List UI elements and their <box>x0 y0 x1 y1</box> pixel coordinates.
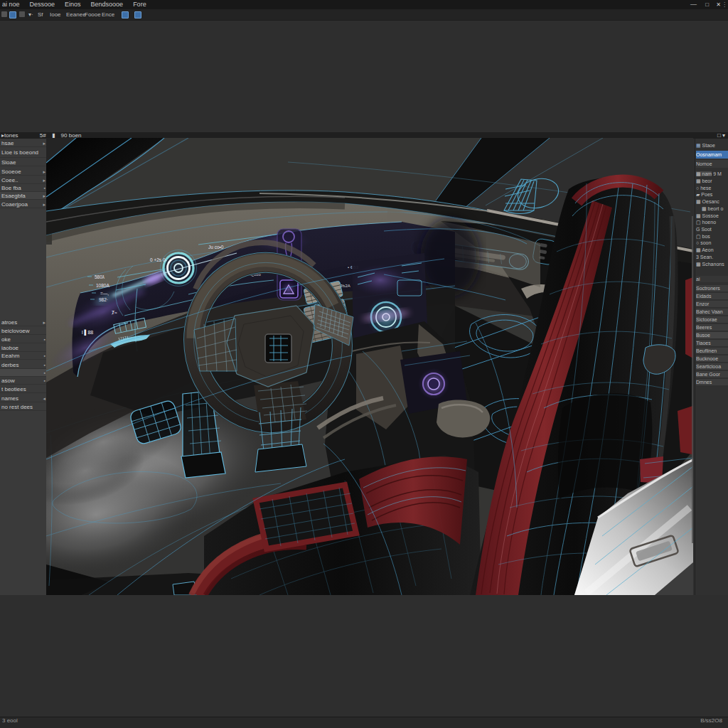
svg-text:Ju co•0: Ju co•0 <box>208 245 224 250</box>
svg-text:580ƛ: 580ƛ <box>95 274 105 279</box>
svg-text:0 +2s 0-: 0 +2s 0- <box>150 257 167 262</box>
svg-text:1080A: 1080A <box>96 283 109 288</box>
svg-text:Ⱦ≈: Ⱦ≈ <box>112 310 117 315</box>
svg-text:=—,: =—, <box>100 291 109 296</box>
svg-text:982·: 982· <box>99 297 108 302</box>
